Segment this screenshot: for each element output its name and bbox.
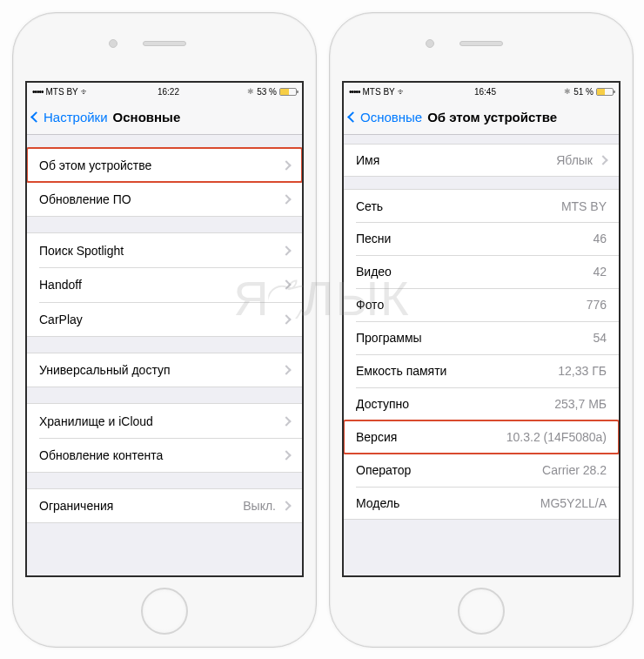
- table-row[interactable]: Handoff: [27, 267, 302, 302]
- cell-label: Модель: [356, 496, 399, 510]
- wifi-icon: ᯤ: [81, 87, 90, 97]
- page-title: Основные: [113, 110, 181, 124]
- table-row[interactable]: Универсальный доступ: [27, 353, 302, 387]
- phone-left: ••••• MTS BY ᯤ 16:22 ✱ 53 % Настройки Ос…: [12, 12, 317, 648]
- cell-value: Яблык: [556, 153, 593, 167]
- battery-icon: [279, 88, 297, 96]
- settings-group: Хранилище и iCloudОбновление контента: [27, 403, 302, 473]
- cell-right: MTS BY: [561, 199, 607, 213]
- cell-right: 12,33 ГБ: [558, 364, 607, 378]
- status-right: ✱ 51 %: [564, 87, 614, 97]
- cell-label: Handoff: [39, 278, 82, 292]
- back-label: Настройки: [44, 110, 108, 124]
- status-right: ✱ 53 %: [247, 87, 297, 97]
- cell-label: Хранилище и iCloud: [39, 414, 153, 428]
- screen-left: ••••• MTS BY ᯤ 16:22 ✱ 53 % Настройки Ос…: [25, 81, 304, 577]
- cell-label: Обновление контента: [39, 448, 163, 462]
- front-camera: [109, 39, 117, 48]
- status-left: ••••• MTS BY ᯤ: [349, 87, 406, 97]
- cell-value: 253,7 МБ: [554, 397, 607, 411]
- settings-group: ИмяЯблык: [344, 144, 619, 177]
- table-row[interactable]: Об этом устройстве: [27, 147, 302, 182]
- status-left: ••••• MTS BY ᯤ: [32, 87, 90, 97]
- signal-dots-icon: •••••: [349, 87, 360, 97]
- cell-right: [276, 452, 290, 459]
- carrier-label: MTS BY: [363, 87, 395, 97]
- cell-value: MG5Y2LL/A: [540, 496, 607, 510]
- table-row[interactable]: Поиск Spotlight: [27, 232, 302, 267]
- cell-label: Оператор: [356, 463, 411, 477]
- table-row: Доступно253,7 МБ: [344, 387, 619, 420]
- table-row[interactable]: ОграниченияВыкл.: [27, 488, 302, 523]
- wifi-icon: ᯤ: [398, 87, 406, 97]
- cell-right: 42: [593, 265, 607, 279]
- chevron-right-icon: [281, 245, 291, 255]
- cell-label: Доступно: [356, 397, 409, 411]
- cell-label: Сеть: [356, 199, 383, 213]
- settings-group: Об этом устройствеОбновление ПО: [27, 147, 302, 217]
- status-time: 16:45: [474, 87, 496, 97]
- cell-label: Программы: [356, 331, 422, 345]
- chevron-right-icon: [598, 155, 607, 165]
- chevron-right-icon: [281, 194, 291, 204]
- cell-label: Ограничения: [39, 499, 113, 513]
- nav-bar: Настройки Основные: [27, 100, 302, 135]
- cell-right: 54: [593, 331, 607, 345]
- chevron-left-icon: [347, 111, 359, 123]
- cell-label: Версия: [356, 430, 397, 444]
- home-button[interactable]: [141, 588, 188, 635]
- table-row: ОператорCarrier 28.2: [344, 454, 619, 487]
- chevron-right-icon: [281, 365, 291, 374]
- cell-value: 46: [593, 232, 607, 245]
- cell-right: Carrier 28.2: [542, 463, 607, 477]
- table-row[interactable]: CarPlay: [27, 302, 302, 337]
- cell-right: Выкл.: [243, 499, 290, 513]
- settings-group: Универсальный доступ: [27, 353, 302, 387]
- status-bar: ••••• MTS BY ᯤ 16:22 ✱ 53 %: [27, 83, 302, 100]
- chevron-right-icon: [281, 501, 291, 510]
- bluetooth-icon: ✱: [247, 87, 254, 96]
- cell-value: 10.3.2 (14F5080a): [506, 430, 607, 444]
- cell-right: [276, 366, 290, 373]
- chevron-right-icon: [281, 416, 291, 426]
- cell-right: [276, 418, 290, 425]
- table-row: МодельMG5Y2LL/A: [344, 487, 619, 520]
- cell-label: Видео: [356, 265, 392, 279]
- back-button[interactable]: Настройки: [32, 110, 108, 124]
- settings-group: СетьMTS BYПесни46Видео42Фото776Программы…: [344, 189, 619, 520]
- cell-label: Песни: [356, 232, 391, 245]
- cell-value: 42: [593, 265, 607, 279]
- cell-right: Яблык: [556, 153, 607, 167]
- cell-value: 12,33 ГБ: [558, 364, 607, 378]
- cell-right: 776: [587, 298, 607, 312]
- status-time: 16:22: [158, 87, 179, 97]
- chevron-right-icon: [281, 279, 291, 289]
- cell-right: [276, 162, 290, 169]
- table-row[interactable]: Обновление контента: [27, 438, 302, 473]
- bluetooth-icon: ✱: [564, 87, 571, 96]
- table-row: СетьMTS BY: [344, 189, 619, 222]
- table-row[interactable]: Хранилище и iCloud: [27, 403, 302, 438]
- table-row[interactable]: ИмяЯблык: [344, 144, 619, 177]
- battery-icon: [596, 88, 614, 96]
- cell-right: 46: [593, 232, 607, 245]
- chevron-right-icon: [281, 160, 291, 170]
- status-bar: ••••• MTS BY ᯤ 16:45 ✱ 51 %: [344, 83, 619, 100]
- cell-right: 10.3.2 (14F5080a): [506, 430, 607, 444]
- front-camera: [426, 39, 434, 48]
- table-row: Программы54: [344, 321, 619, 354]
- home-button[interactable]: [458, 588, 505, 635]
- cell-right: [276, 196, 290, 203]
- back-button[interactable]: Основные: [349, 110, 422, 124]
- cell-label: Универсальный доступ: [39, 363, 171, 377]
- table-row[interactable]: Обновление ПО: [27, 182, 302, 217]
- cell-value: MTS BY: [561, 199, 607, 213]
- settings-list: Об этом устройствеОбновление ПОПоиск Spo…: [27, 147, 302, 523]
- cell-value: Carrier 28.2: [542, 463, 607, 477]
- table-row: Песни46: [344, 222, 619, 255]
- signal-dots-icon: •••••: [32, 87, 44, 97]
- cell-label: Обновление ПО: [39, 192, 131, 206]
- phone-right: ••••• MTS BY ᯤ 16:45 ✱ 51 % Основные Об …: [329, 12, 634, 648]
- settings-group: Поиск SpotlightHandoffCarPlay: [27, 232, 302, 337]
- cell-right: MG5Y2LL/A: [540, 496, 607, 510]
